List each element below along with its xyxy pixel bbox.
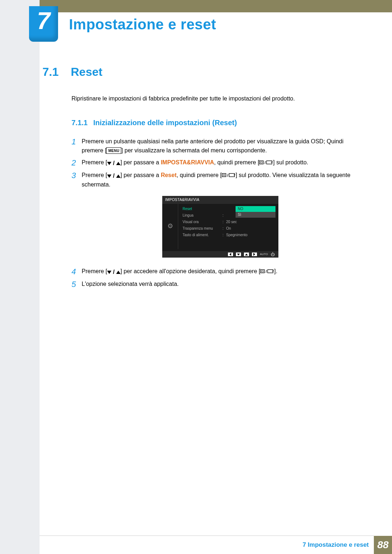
step-body: L'opzione selezionata verrà applicata. [82,280,359,289]
osd-row: Tasto di aliment.:Spegnimento [183,232,275,238]
footer-text: 7 Impostazione e reset [40,536,374,554]
osd-option-no: NO [236,206,275,212]
step-text: Premere [ [82,159,107,165]
gear-icon: ⚙ [167,221,173,231]
nav-right-icon [252,253,257,256]
osd-label: Trasparenza menu [183,226,222,231]
highlight-reset: Reset [161,172,177,178]
step-number: 3 [72,171,82,264]
step-text: , quindi premere [ [214,159,260,165]
osd-screenshot: IMPOSTA&RIAVVIA ⚙ Reset Lingua: Visual o… [162,196,278,258]
enter-source-icon: / [222,173,236,178]
osd-label: Reset [183,206,222,212]
svg-rect-9 [262,271,264,272]
osd-label: Lingua [183,213,222,218]
page-number: 88 [374,536,392,554]
subsection-number: 7.1.1 [72,119,93,127]
down-up-arrow-icon: / [107,159,120,168]
osd-option-si: Sì [236,212,275,218]
step-text: Premere [ [82,268,107,274]
step-text: Premere [ [82,172,107,178]
step-2: 2 Premere [/] per passare a IMPOSTA&RIAV… [72,158,359,168]
section-number: 7.1 [42,65,71,79]
step-text: ] per passare a [121,159,161,165]
osd-row: Visual ora:20 sec [183,219,275,225]
svg-rect-4 [222,173,226,177]
enter-source-icon: / [259,160,273,165]
step-number: 5 [72,280,82,289]
down-up-arrow-icon: / [107,268,120,277]
step-text: ] sul prodotto. [273,159,308,165]
svg-rect-8 [261,270,265,273]
osd-value: Spegnimento [226,232,275,238]
step-body: Premere [/] per passare a IMPOSTA&RIAVVI… [82,158,359,168]
step-text: ] per visualizzare la schermata del menu… [121,147,267,153]
top-bar [40,0,392,12]
power-icon: ⏻ [271,251,275,258]
auto-label: AUTO [260,252,268,257]
step-body: Premere un pulsante qualsiasi nella part… [82,137,359,155]
subsection-title: Inizializzazione delle impostazioni (Res… [93,119,237,127]
step-text: ]. [274,268,277,274]
step-number: 2 [72,158,82,168]
osd-option-popup: NO Sì [236,206,275,218]
step-body: Premere [/] per accedere all'opzione des… [82,267,359,277]
svg-rect-0 [260,161,264,164]
content-area: 7.1Reset Ripristinare le impostazioni di… [40,65,359,292]
nav-down-icon [236,253,241,256]
osd-menu: Reset Lingua: Visual ora:20 sec Traspare… [178,204,278,249]
intro-text: Ripristinare le impostazioni di fabbrica… [72,95,359,102]
enter-source-icon: / [260,269,274,274]
step-body: Premere [/] per passare a Reset, quindi … [82,171,359,264]
step-text: , quindi premere [ [176,172,222,178]
page-footer: 7 Impostazione e reset 88 [40,536,392,554]
chapter-number-badge: 7 [29,6,58,42]
left-sidebar [0,0,40,554]
svg-text:/: / [227,173,228,177]
section-title: Reset [71,65,102,78]
osd-label: Visual ora [183,219,222,225]
osd-label: Tasto di aliment. [183,232,222,238]
svg-text:/: / [266,269,267,274]
svg-text:/: / [265,160,266,165]
step-1: 1 Premere un pulsante qualsiasi nella pa… [72,137,359,155]
osd-row: Trasparenza menu:On [183,225,275,232]
osd-title: IMPOSTA&RIAVVIA [162,196,278,204]
highlight-imposta: IMPOSTA&RIAVVIA [161,159,214,165]
steps-list: 1 Premere un pulsante qualsiasi nella pa… [72,137,359,290]
osd-value: On [226,226,275,231]
osd-footer: AUTO ⏻ [162,251,278,258]
svg-rect-5 [223,174,225,175]
step-number: 4 [72,267,82,277]
step-3: 3 Premere [/] per passare a Reset, quind… [72,171,359,264]
step-text: ] per passare a [121,172,161,178]
menu-button-icon: MENU [106,147,121,154]
step-number: 1 [72,137,82,155]
svg-rect-1 [261,162,262,163]
subsection-heading: 7.1.1Inizializzazione delle impostazioni… [72,119,359,127]
step-5: 5 L'opzione selezionata verrà applicata. [72,280,359,289]
down-up-arrow-icon: / [107,172,120,181]
step-text: ] per accedere all'opzione desiderata, q… [121,268,261,274]
osd-value: 20 sec [226,219,275,225]
osd-side-icon: ⚙ [162,204,178,249]
nav-up-icon [244,253,249,256]
nav-left-icon [228,253,233,256]
section-heading: 7.1Reset [42,65,359,79]
chapter-title: Impostazione e reset [69,16,216,33]
step-4: 4 Premere [/] per accedere all'opzione d… [72,267,359,277]
